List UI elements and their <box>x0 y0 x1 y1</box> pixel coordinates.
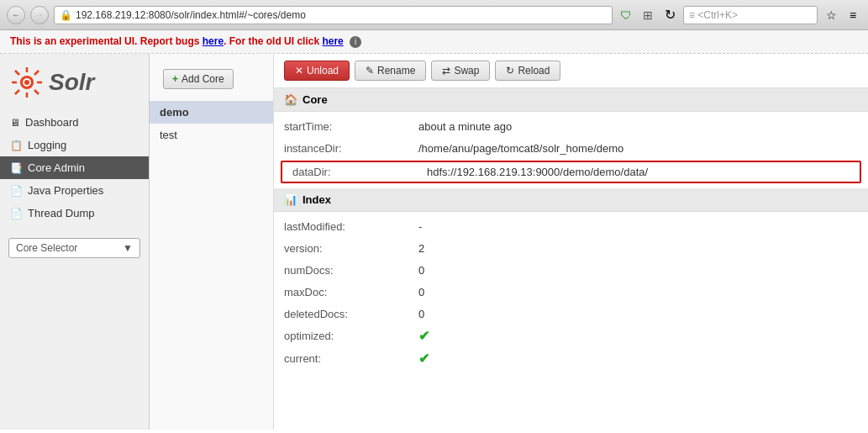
unload-button[interactable]: ✕ Unload <box>284 61 350 81</box>
x-icon: ✕ <box>295 65 303 77</box>
core-item-demo[interactable]: demo <box>150 101 273 124</box>
maxdoc-value: 0 <box>418 286 424 298</box>
core-list: + Add Core demo test <box>150 54 274 430</box>
numdocs-label: numDocs: <box>284 264 418 277</box>
reload-icon: ↻ <box>506 65 514 77</box>
search-bar[interactable]: ≡ <Ctrl+K> <box>683 6 818 24</box>
optimized-label: optimized: <box>284 330 418 342</box>
core-admin-icon: 📑 <box>10 162 23 174</box>
index-section-header: 📊 Index <box>274 188 868 212</box>
starttime-row: startTime: about a minute ago <box>274 115 868 137</box>
java-props-icon: 📄 <box>10 185 23 197</box>
sidebar-item-core-admin[interactable]: 📑 Core Admin <box>0 156 149 179</box>
numdocs-value: 0 <box>418 264 424 277</box>
datadir-row: dataDir: hdfs://192.168.219.13:9000/demo… <box>281 161 861 183</box>
logging-icon: 📋 <box>10 140 23 151</box>
version-label: version: <box>284 242 418 255</box>
svg-line-5 <box>15 71 19 75</box>
optimized-row: optimized: ✔ <box>274 325 868 347</box>
sidebar-item-label: Java Properties <box>28 184 103 197</box>
report-bugs-link[interactable]: here <box>203 35 224 47</box>
reload-button[interactable]: ↻ Reload <box>495 61 560 81</box>
back-button[interactable]: ← <box>7 6 25 24</box>
rename-button[interactable]: ✎ Rename <box>355 61 426 81</box>
current-label: current: <box>284 352 418 365</box>
add-core-button[interactable]: + Add Core <box>163 69 234 89</box>
core-detail: ✕ Unload ✎ Rename ⇄ Swap ↻ Reload 🏠 <box>274 54 868 430</box>
datadir-value: hdfs://192.168.219.13:9000/demo/demo/dat… <box>427 166 648 178</box>
swap-button[interactable]: ⇄ Swap <box>431 61 490 81</box>
add-core-label: Add Core <box>181 73 224 85</box>
core-data-table: startTime: about a minute ago instanceDi… <box>274 112 868 188</box>
svg-line-6 <box>34 90 39 94</box>
starttime-label: startTime: <box>284 120 418 133</box>
lastmodified-value: - <box>418 220 422 233</box>
experimental-banner: This is an experimental UI. Report bugs … <box>0 30 868 54</box>
core-section-title: Core <box>302 93 328 106</box>
logo-area: Solr <box>0 57 149 108</box>
old-ui-link[interactable]: here <box>322 35 343 47</box>
action-bar: ✕ Unload ✎ Rename ⇄ Swap ↻ Reload <box>274 54 868 88</box>
url-text: 192.168.219.12:8080/solr/index.html#/~co… <box>76 9 306 21</box>
sidebar-item-label: Thread Dump <box>28 207 94 219</box>
core-section-header: 🏠 Core <box>274 88 868 112</box>
core-item-test[interactable]: test <box>150 124 273 146</box>
svg-point-10 <box>24 80 29 85</box>
sidebar-item-dashboard[interactable]: 🖥 Dashboard <box>0 111 149 134</box>
shield-icon: 🛡 <box>618 7 634 24</box>
numdocs-row: numDocs: 0 <box>274 259 868 281</box>
main-layout: Solr 🖥 Dashboard 📋 Logging 📑 Core Admin … <box>0 54 868 430</box>
solr-logo-text: Solr <box>49 69 94 96</box>
address-bar[interactable]: 🔒 192.168.219.12:8080/solr/index.html#/~… <box>54 6 613 24</box>
index-section-icon: 📊 <box>284 193 297 206</box>
core-selector-label: Core Selector <box>16 242 77 254</box>
lock-icon: 🔒 <box>60 9 72 21</box>
sidebar-item-logging[interactable]: 📋 Logging <box>0 134 149 156</box>
thread-dump-icon: 📄 <box>10 208 23 219</box>
deleteddocs-label: deletedDocs: <box>284 308 418 320</box>
version-value: 2 <box>418 242 424 255</box>
grid-icon[interactable]: ⊞ <box>639 7 656 24</box>
svg-line-8 <box>15 90 19 94</box>
content-area: + Add Core demo test ✕ Unload ✎ <box>150 54 868 430</box>
refresh-button[interactable]: ↻ <box>661 7 678 24</box>
dashboard-icon: 🖥 <box>10 117 20 129</box>
index-data-table: lastModified: - version: 2 numDocs: 0 ma… <box>274 212 868 373</box>
core-section-icon: 🏠 <box>284 93 297 106</box>
sidebar-nav: 🖥 Dashboard 📋 Logging 📑 Core Admin 📄 Jav… <box>0 111 149 224</box>
chevron-down-icon: ▼ <box>123 242 133 254</box>
current-value: ✔ <box>418 351 429 367</box>
lastmodified-row: lastModified: - <box>274 215 868 237</box>
lastmodified-label: lastModified: <box>284 220 418 233</box>
info-icon[interactable]: i <box>350 36 361 48</box>
instancedir-value: /home/anu/page/tomcat8/solr_home/demo <box>418 142 623 155</box>
optimized-value: ✔ <box>418 328 429 344</box>
rename-icon: ✎ <box>366 65 374 77</box>
sidebar-item-thread-dump[interactable]: 📄 Thread Dump <box>0 202 149 224</box>
solr-sunburst-icon <box>10 66 44 99</box>
version-row: version: 2 <box>274 237 868 259</box>
current-row: current: ✔ <box>274 347 868 370</box>
core-selector-wrap: Core Selector ▼ <box>0 231 149 265</box>
maxdoc-label: maxDoc: <box>284 286 418 298</box>
instancedir-row: instanceDir: /home/anu/page/tomcat8/solr… <box>274 137 868 159</box>
menu-icon[interactable]: ≡ <box>844 7 861 24</box>
sidebar-item-label: Logging <box>28 139 66 151</box>
forward-button[interactable]: → <box>30 6 49 24</box>
svg-line-7 <box>34 71 39 75</box>
datadir-label: dataDir: <box>292 166 427 178</box>
bookmark-star-icon[interactable]: ☆ <box>823 7 839 24</box>
instancedir-label: instanceDir: <box>284 142 418 155</box>
banner-warning-text: This is an experimental UI. Report bugs … <box>10 35 344 47</box>
solr-logo: Solr <box>10 66 94 99</box>
plus-icon: + <box>172 73 178 85</box>
core-name-test: test <box>160 129 177 141</box>
core-selector-dropdown[interactable]: Core Selector ▼ <box>8 238 140 258</box>
swap-icon: ⇄ <box>442 65 450 77</box>
search-placeholder: ≡ <Ctrl+K> <box>689 9 738 21</box>
starttime-value: about a minute ago <box>418 120 512 133</box>
sidebar-item-java-properties[interactable]: 📄 Java Properties <box>0 179 149 202</box>
core-name-demo: demo <box>160 106 189 119</box>
maxdoc-row: maxDoc: 0 <box>274 281 868 303</box>
sidebar: Solr 🖥 Dashboard 📋 Logging 📑 Core Admin … <box>0 54 150 430</box>
